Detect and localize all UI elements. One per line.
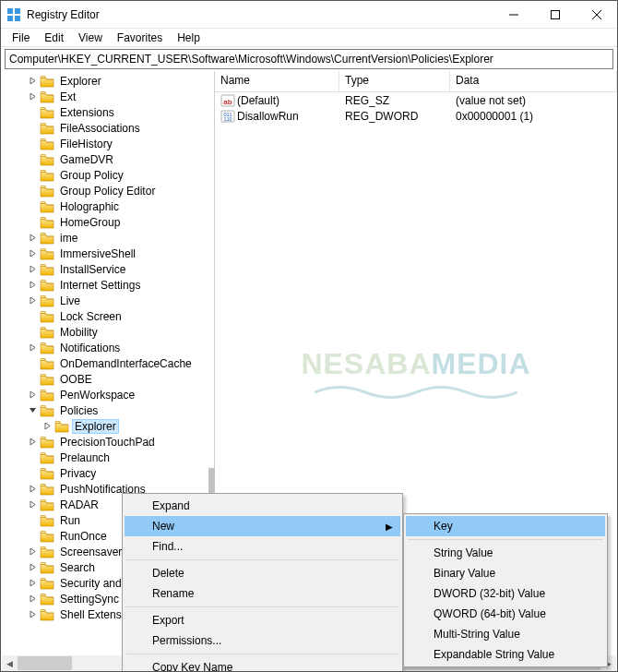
ctx-item[interactable]: Multi-String Value [406,624,605,644]
ctx-item[interactable]: Expandable String Value [406,644,605,665]
chevron-right[interactable] [25,498,40,512]
ctx-item[interactable]: Rename [125,583,400,604]
menu-separator [126,654,398,654]
tree-item[interactable]: ImmersiveShell [1,246,214,261]
ctx-item[interactable]: Permissions... [125,630,400,651]
chevron-right[interactable] [25,231,40,246]
svg-rect-35 [41,499,46,501]
tree-item[interactable]: FileAssociations [1,120,214,136]
minimize-button[interactable] [493,1,534,28]
ctx-item[interactable]: Key [406,516,605,536]
context-menu[interactable]: ExpandNew▶Find...DeleteRenameExportPermi… [122,493,403,672]
list-body[interactable]: ab(Default)REG_SZ(value not set)011110Di… [215,92,617,124]
svg-text:ab: ab [223,98,232,106]
tree-item[interactable]: InstallService [1,261,214,277]
svg-rect-40 [41,578,46,580]
maximize-button[interactable] [534,1,576,28]
list-row[interactable]: ab(Default)REG_SZ(value not set) [215,92,617,108]
chevron-down[interactable] [25,403,40,418]
folder-icon [40,577,54,590]
tree-item[interactable]: PrecisionTouchPad [1,434,214,450]
menu-help[interactable]: Help [170,30,208,46]
ctx-item[interactable]: New▶ [125,516,400,536]
chevron-right[interactable] [40,419,54,434]
tree-item[interactable]: Live [1,293,214,308]
tree-item[interactable]: Extensions [1,104,214,120]
ctx-item[interactable]: Expand [125,496,400,516]
menu-separator [126,606,398,607]
folder-icon [40,185,54,198]
col-header-name[interactable]: Name [215,71,339,91]
folder-icon [40,153,54,166]
col-header-type[interactable]: Type [339,71,450,91]
chevron-right[interactable] [25,341,40,355]
chevron-right[interactable] [25,74,40,89]
tree-item[interactable]: Explorer [1,418,214,434]
tree-item[interactable]: OnDemandInterfaceCache [1,355,214,371]
tree-item-label: Lock Screen [58,310,124,323]
tree-item[interactable]: Explorer [1,73,214,89]
address-bar[interactable]: Computer\HKEY_CURRENT_USER\Software\Micr… [5,49,613,69]
tree-item[interactable]: PenWorkspace [1,387,214,402]
watermark: NESABAMEDIA [301,346,530,380]
folder-icon [40,593,54,606]
menu-edit[interactable]: Edit [37,30,71,46]
tree-item[interactable]: ime [1,230,214,246]
tree-item[interactable]: Prelaunch [1,450,214,465]
chevron-right[interactable] [25,435,40,450]
tree-item[interactable]: Notifications [1,340,214,355]
tree-item[interactable]: OOBE [1,371,214,387]
folder-icon [40,75,54,88]
chevron-right[interactable] [25,482,40,497]
col-header-data[interactable]: Data [450,71,617,91]
tree-item-label: Ext [58,90,77,103]
chevron-right[interactable] [25,246,40,261]
chevron-right[interactable] [25,592,40,606]
chevron-right[interactable] [25,607,40,622]
svg-rect-10 [41,107,46,109]
no-expander [25,152,40,167]
ctx-item[interactable]: DWORD (32-bit) Value [406,583,605,604]
chevron-right[interactable] [25,262,40,277]
ctx-item[interactable]: Export [125,610,400,630]
chevron-right[interactable] [25,560,40,575]
tree-item[interactable]: HomeGroup [1,214,214,230]
ctx-item[interactable]: Copy Key Name [125,657,400,672]
close-button[interactable] [576,1,617,28]
ctx-item[interactable]: Find... [125,536,400,557]
chevron-right[interactable] [25,388,40,402]
ctx-item[interactable]: String Value [406,543,605,563]
tree-item[interactable]: Mobility [1,324,214,340]
chevron-right[interactable] [25,278,40,293]
tree-item-label: Run [58,514,82,527]
folder-icon [40,546,54,558]
list-row[interactable]: 011110DisallowRunREG_DWORD0x00000001 (1) [215,108,617,124]
folder-icon [40,389,54,402]
string-value-icon: ab [220,93,235,108]
window-controls [493,1,617,28]
chevron-right[interactable] [25,545,40,559]
menu-file[interactable]: File [5,30,37,46]
chevron-right[interactable] [25,294,40,308]
ctx-item[interactable]: Delete [125,563,400,583]
tree-item[interactable]: Lock Screen [1,308,214,324]
no-expander [25,309,40,324]
tree-item[interactable]: Privacy [1,465,214,481]
menu-view[interactable]: View [71,30,110,46]
context-submenu-new[interactable]: KeyString ValueBinary ValueDWORD (32-bit… [403,513,608,667]
ctx-item[interactable]: QWORD (64-bit) Value [406,604,605,624]
svg-rect-16 [41,201,46,203]
chevron-right[interactable] [25,90,40,104]
tree-item[interactable]: Group Policy [1,167,214,183]
tree-item[interactable]: Group Policy Editor [1,183,214,198]
chevron-right[interactable] [25,576,40,591]
tree-item[interactable]: GameDVR [1,151,214,167]
tree-item[interactable]: FileHistory [1,136,214,151]
tree-item[interactable]: Policies [1,402,214,418]
scroll-left-icon[interactable]: ◀ [2,655,18,671]
tree-item[interactable]: Holographic [1,198,214,214]
tree-item[interactable]: Ext [1,89,214,104]
ctx-item[interactable]: Binary Value [406,563,605,583]
tree-item[interactable]: Internet Settings [1,277,214,293]
menu-favorites[interactable]: Favorites [110,30,170,46]
